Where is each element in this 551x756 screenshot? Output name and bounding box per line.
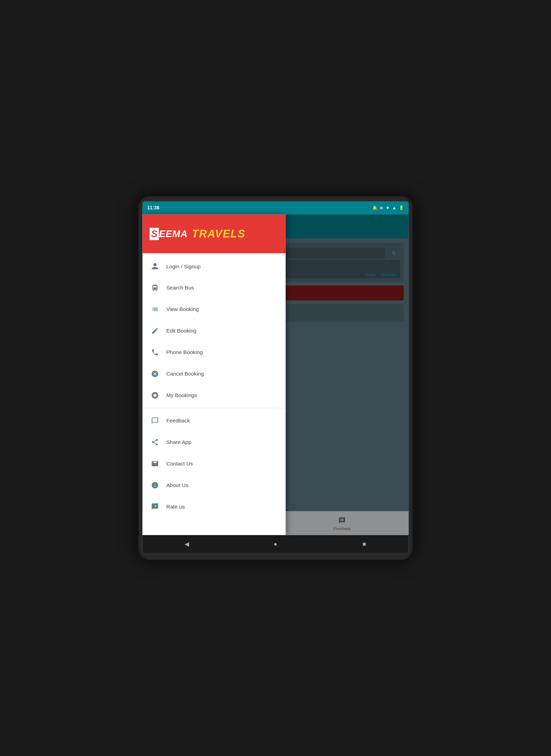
recents-icon: ■ [362, 540, 366, 547]
tablet-frame: 11:36 🔔 ⊕ ▼ ▲ 🔋 MA ELS [138, 196, 413, 560]
menu-feedback-label: Feedback [166, 418, 190, 424]
wifi-icon: ▼ [386, 205, 390, 210]
list-icon [150, 304, 160, 315]
navigation-bar: ◀ ● ■ [142, 535, 408, 553]
star-icon [150, 390, 160, 401]
menu-item-cancel-booking[interactable]: Cancel Booking [142, 363, 286, 385]
battery-icon: 🔋 [399, 205, 404, 210]
seema-s-icon: S [150, 228, 159, 240]
menu-item-my-bookings[interactable]: My Bookings [142, 385, 286, 406]
menu-item-search-bus[interactable]: Search Bus [142, 277, 286, 299]
home-icon: ● [274, 540, 277, 547]
travels-text: TRAVELS [192, 228, 245, 240]
back-button[interactable]: ◀ [181, 538, 193, 550]
drawer-header: S EEMA TRAVELS [142, 215, 286, 253]
menu-item-edit-booking[interactable]: Edit Booking [142, 320, 286, 342]
cancel-icon [150, 368, 160, 379]
menu-phone-booking-label: Phone Booking [166, 349, 203, 355]
home-button[interactable]: ● [270, 538, 281, 550]
seema-logo-text: S EEMA [150, 228, 188, 240]
hotspot-icon: ⊕ [380, 205, 383, 210]
menu-item-about-us[interactable]: About Us [142, 474, 286, 496]
menu-item-share-app[interactable]: Share App [142, 431, 286, 453]
status-time: 11:36 [147, 205, 159, 210]
bus-icon [150, 283, 160, 293]
menu-edit-booking-label: Edit Booking [166, 328, 196, 334]
drawer-logo: S EEMA TRAVELS [150, 228, 245, 240]
menu-rate-us-label: Rate us [166, 504, 185, 510]
phone-icon [150, 347, 160, 358]
screen-content: MA ELS ⇅ [142, 215, 408, 535]
menu-my-bookings-label: My Bookings [166, 392, 197, 398]
navigation-drawer: S EEMA TRAVELS [142, 215, 286, 535]
menu-login-label: Login / Signup [166, 263, 201, 269]
back-icon: ◀ [185, 540, 189, 548]
menu-divider [142, 408, 286, 408]
menu-contact-us-label: Contact Us [166, 461, 193, 467]
person-icon [150, 261, 160, 272]
menu-item-rate-us[interactable]: Rate us [142, 496, 286, 518]
status-bar: 11:36 🔔 ⊕ ▼ ▲ 🔋 [142, 201, 408, 215]
menu-share-app-label: Share App [166, 439, 191, 445]
menu-search-bus-label: Search Bus [166, 285, 194, 291]
menu-item-view-booking[interactable]: View Booking [142, 299, 286, 320]
menu-item-feedback[interactable]: Feedback [142, 410, 286, 431]
menu-view-booking-label: View Booking [166, 306, 199, 312]
tablet-screen: 11:36 🔔 ⊕ ▼ ▲ 🔋 MA ELS [142, 201, 408, 553]
menu-item-contact-us[interactable]: Contact Us [142, 453, 286, 474]
menu-item-phone-booking[interactable]: Phone Booking [142, 342, 286, 363]
signal-icon: ▲ [392, 205, 396, 210]
contact-icon [150, 458, 160, 469]
info-icon [150, 480, 160, 490]
recents-button[interactable]: ■ [358, 538, 370, 550]
feedback-menu-icon [150, 415, 160, 426]
share-icon [150, 437, 160, 447]
drawer-menu: Login / Signup Search Bus [142, 253, 286, 535]
rate-icon [150, 501, 160, 512]
menu-about-us-label: About Us [166, 482, 188, 488]
seema-text: EEMA [159, 228, 188, 240]
menu-cancel-booking-label: Cancel Booking [166, 371, 204, 377]
notification-icon: 🔔 [372, 205, 378, 210]
edit-icon [150, 326, 160, 336]
status-icons: 🔔 ⊕ ▼ ▲ 🔋 [372, 205, 404, 210]
menu-item-login[interactable]: Login / Signup [142, 255, 286, 277]
